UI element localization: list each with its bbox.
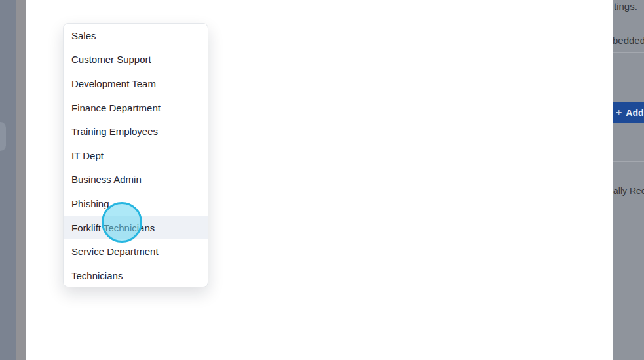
background-overlay-left-inner — [16, 0, 26, 360]
background-text-settings: tings. — [614, 1, 637, 12]
dropdown-item-finance-department[interactable]: Finance Department — [64, 96, 208, 120]
background-divider — [613, 161, 644, 162]
plus-icon: + — [616, 107, 622, 119]
dropdown-item-service-department[interactable]: Service Department — [64, 239, 208, 264]
dropdown-item-forklift-technicians[interactable]: Forklift Technicians — [64, 216, 208, 240]
dropdown-item-business-admin[interactable]: Business Admin — [64, 168, 208, 192]
background-add-button: + Add — [613, 102, 644, 123]
dropdown-item-development-team[interactable]: Development Team — [64, 71, 208, 96]
background-text-embedded: bedded — [613, 35, 644, 46]
dropdown-item-customer-support[interactable]: Customer Support — [64, 48, 208, 72]
dropdown-item-technicians[interactable]: Technicians — [64, 264, 208, 287]
background-divider — [613, 52, 644, 53]
dropdown-item-sales[interactable]: Sales — [64, 24, 208, 48]
background-add-button-label: Add — [626, 108, 643, 118]
background-text-reenroll: ally Reen — [613, 186, 644, 196]
employee-groups-dropdown[interactable]: Sales Customer Support Development Team … — [63, 23, 208, 287]
dropdown-item-phishing[interactable]: Phishing — [64, 191, 208, 216]
background-overlay-right: tings. bedded + Add ally Reen — [613, 0, 644, 360]
dropdown-item-it-dept[interactable]: IT Dept — [64, 144, 208, 168]
background-overlay-left — [0, 0, 16, 360]
background-element-hint — [0, 122, 6, 151]
dropdown-item-training-employees[interactable]: Training Employees — [64, 119, 208, 144]
